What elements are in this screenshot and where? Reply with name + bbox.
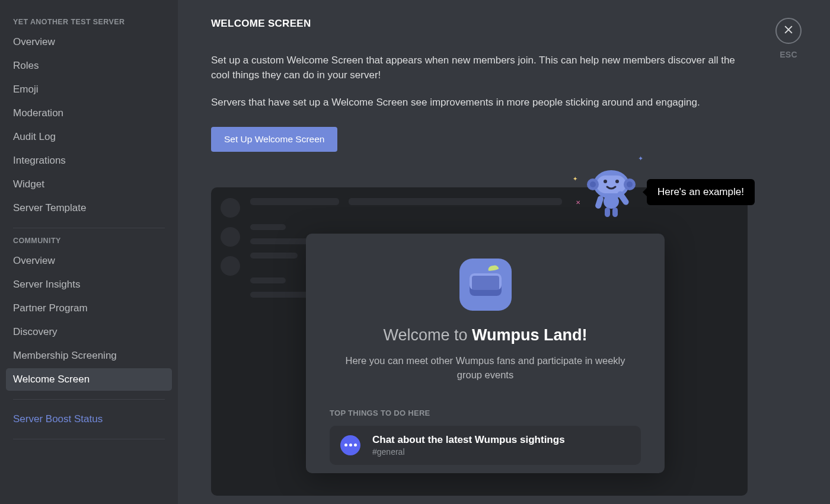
welcome-channel-name: #general [372,447,565,457]
sparkle-icon: ✦ [573,176,577,182]
sidebar-item-membership-screening[interactable]: Membership Screening [6,344,172,367]
close-icon [783,24,794,38]
placeholder-circle [221,227,240,247]
welcome-card: Welcome to Wumpus Land! Here you can mee… [306,234,665,473]
welcome-channel-text: Chat about the latest Wumpus sightings#g… [372,434,565,457]
setup-welcome-screen-button[interactable]: Set Up Welcome Screen [211,127,337,152]
example-preview: Welcome to Wumpus Land! Here you can mee… [211,187,797,496]
close-area: ESC [775,18,802,59]
chat-bubble-icon [340,435,360,455]
sidebar-item-server-template[interactable]: Server Template [6,197,172,219]
sidebar-item-moderation[interactable]: Moderation [6,102,172,125]
app-root: YET ANOTHER TEST SERVER OverviewRolesEmo… [0,0,830,504]
svg-point-7 [615,180,619,183]
settings-sidebar: YET ANOTHER TEST SERVER OverviewRolesEmo… [0,0,178,504]
close-label: ESC [775,50,802,59]
description-paragraph-1: Set up a custom Welcome Screen that appe… [211,53,751,82]
sidebar-item-server-boost-status[interactable]: Server Boost Status [6,408,172,430]
sidebar-item-audit-log[interactable]: Audit Log [6,126,172,148]
placeholder-bar [250,253,298,259]
sidebar-heading-community: COMMUNITY [6,237,172,250]
preview-chat-column [349,198,586,213]
svg-point-5 [627,181,633,187]
description-paragraph-2: Servers that have set up a Welcome Scree… [211,95,751,110]
welcome-title-prefix: Welcome to [383,326,472,344]
preview-background: Welcome to Wumpus Land! Here you can mee… [211,187,748,496]
sidebar-item-widget[interactable]: Widget [6,173,172,196]
welcome-subtitle: Here you can meet other Wumpus fans and … [330,354,641,382]
server-icon [459,259,512,311]
sidebar-item-community-overview[interactable]: Overview [6,250,172,272]
sidebar-item-overview[interactable]: Overview [6,31,172,53]
sidebar-item-integrations[interactable]: Integrations [6,149,172,172]
svg-point-4 [590,181,596,187]
sidebar-separator [13,439,165,439]
placeholder-circle [221,198,240,218]
welcome-channel-card[interactable]: Chat about the latest Wumpus sightings#g… [330,426,641,465]
placeholder-bar [250,198,339,205]
welcome-title-server-name: Wumpus Land! [472,326,587,344]
sidebar-separator [13,228,165,228]
welcome-title: Welcome to Wumpus Land! [330,326,641,344]
content-area: ESC WELCOME SCREEN Set up a custom Welco… [178,0,830,504]
placeholder-bar [349,198,562,205]
example-tooltip: Here's an example! [647,179,755,205]
placeholder-bar [250,277,286,283]
sidebar-heading-server: YET ANOTHER TEST SERVER [6,18,172,31]
svg-point-6 [604,180,607,183]
close-button[interactable] [775,18,802,44]
sidebar-separator [13,399,165,400]
sidebar-item-partner-program[interactable]: Partner Program [6,297,172,320]
preview-server-column [221,198,244,285]
placeholder-bar [250,292,309,298]
top-things-heading: TOP THINGS TO DO HERE [330,409,641,417]
welcome-channel-title: Chat about the latest Wumpus sightings [372,434,565,446]
sidebar-item-discovery[interactable]: Discovery [6,321,172,343]
placeholder-circle [221,256,240,276]
sparkle-icon: ✦ [638,155,643,162]
sidebar-item-server-insights[interactable]: Server Insights [6,273,172,296]
page-title: WELCOME SCREEN [211,18,797,30]
sidebar-item-welcome-screen[interactable]: Welcome Screen [6,368,172,391]
sidebar-item-roles[interactable]: Roles [6,55,172,77]
placeholder-bar [250,224,286,230]
sidebar-item-emoji[interactable]: Emoji [6,78,172,101]
